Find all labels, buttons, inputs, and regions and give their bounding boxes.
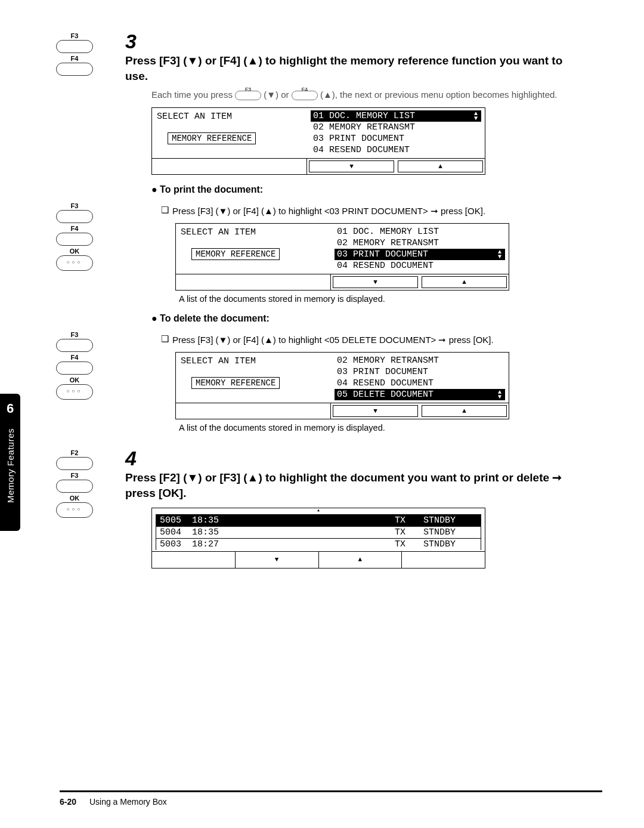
key-f3: F3 — [56, 472, 93, 493]
checkbox-bullet-icon: ❏ — [161, 205, 169, 217]
down-arrow-icon: ▼ — [309, 160, 394, 172]
lcd-menu-item: 04 RESEND DOCUMENT — [311, 144, 481, 156]
lcd-menu-item: 02 MEMORY RETRANSMT — [335, 237, 505, 249]
delete-heading: To delete the document: — [151, 313, 602, 324]
step-title: Press [F3] (▼) or [F4] (▲) to highlight … — [125, 53, 584, 84]
down-arrow-icon: ▼ — [333, 405, 418, 417]
lcd-menu-item: 01 DOC. MEMORY LIST — [335, 226, 505, 237]
chapter-number: 6 — [7, 401, 14, 416]
chapter-label: Memory Features — [5, 428, 16, 503]
lcd-menu-item: 04 RESEND DOCUMENT — [335, 260, 505, 271]
up-arrow-icon: ▲ — [422, 276, 507, 288]
list-row: 5003 18:27 TX STNDBY — [156, 539, 481, 550]
step-title: Press [F2] (▼) or [F3] (▲) to highlight … — [125, 470, 584, 500]
print-heading: To print the document: — [151, 184, 602, 195]
chapter-tab: 6 Memory Features — [0, 394, 20, 531]
lcd-menu-item: 03 PRINT DOCUMENT — [335, 366, 505, 378]
key-f3: F3 — [56, 202, 93, 223]
key-ok: OK○○○ — [56, 495, 93, 518]
caption-text: A list of the documents stored in memory… — [179, 294, 602, 304]
lcd-document-list: ▴ 5005 18:35 TX STNDBY 5004 18:35 TX STN… — [151, 508, 485, 569]
key-f3-label: F3 — [56, 32, 93, 39]
page-number: 6-20 — [60, 797, 76, 807]
down-arrow-icon: ▼ — [333, 276, 418, 288]
key-f4: F4 — [56, 55, 93, 76]
up-arrow-icon: ▲ — [319, 552, 402, 568]
lcd-select-label: SELECT AN ITEM — [157, 112, 302, 122]
caption-text: A list of the documents stored in memory… — [179, 423, 602, 432]
lcd-menu-item: 05 DELETE DOCUMENT▲▼ — [335, 389, 505, 400]
list-row: 5004 18:35 TX STNDBY — [156, 527, 481, 539]
key-f2: F2 — [56, 449, 93, 470]
page-footer: 6-20 Using a Memory Box — [60, 790, 602, 807]
list-row: 5005 18:35 TX STNDBY — [156, 514, 481, 527]
step-number: 4 — [125, 447, 137, 470]
key-f4: F4 — [56, 225, 93, 246]
checkbox-bullet-icon: ❏ — [161, 333, 169, 346]
footer-title: Using a Memory Box — [89, 797, 167, 807]
key-ok: OK○○○ — [56, 376, 93, 400]
up-arrow-icon: ▴ — [152, 508, 485, 514]
key-f3: F3 — [56, 331, 93, 352]
delete-step-text: Press [F3] (▼) or [F4] (▲) to highlight … — [172, 333, 602, 346]
key-f4-label: F4 — [56, 55, 93, 62]
inline-key-f3: F3 — [235, 91, 261, 100]
key-f3: F3 — [56, 32, 93, 53]
up-arrow-icon: ▲ — [398, 160, 483, 172]
lcd-menu-item: 01 DOC. MEMORY LIST▲▼ — [311, 110, 481, 122]
inline-key-f4: F4 — [292, 91, 318, 100]
lcd-screen-2: SELECT AN ITEM MEMORY REFERENCE 01 DOC. … — [175, 223, 509, 291]
lcd-menu-item: 04 RESEND DOCUMENT — [335, 378, 505, 389]
lcd-menu-item: 03 PRINT DOCUMENT▲▼ — [335, 249, 505, 260]
key-f4: F4 — [56, 354, 93, 375]
lcd-menu-item: 03 PRINT DOCUMENT — [311, 133, 481, 144]
key-ok: OK○○○ — [56, 248, 93, 271]
step-body: Each time you press F3 (▼) or F4 (▲), th… — [151, 88, 602, 101]
step-number: 3 — [125, 30, 137, 53]
down-arrow-icon: ▼ — [236, 552, 319, 568]
lcd-menu-item: 02 MEMORY RETRANSMT — [311, 122, 481, 133]
lcd-memref-label: MEMORY REFERENCE — [168, 132, 256, 144]
lcd-menu-item: 02 MEMORY RETRANSMT — [335, 355, 505, 366]
lcd-screen-1: SELECT AN ITEM MEMORY REFERENCE 01 DOC. … — [151, 107, 485, 175]
print-step-text: Press [F3] (▼) or [F4] (▲) to highlight … — [172, 205, 602, 217]
lcd-screen-3: SELECT AN ITEM MEMORY REFERENCE 02 MEMOR… — [175, 352, 509, 419]
up-arrow-icon: ▲ — [422, 405, 507, 417]
